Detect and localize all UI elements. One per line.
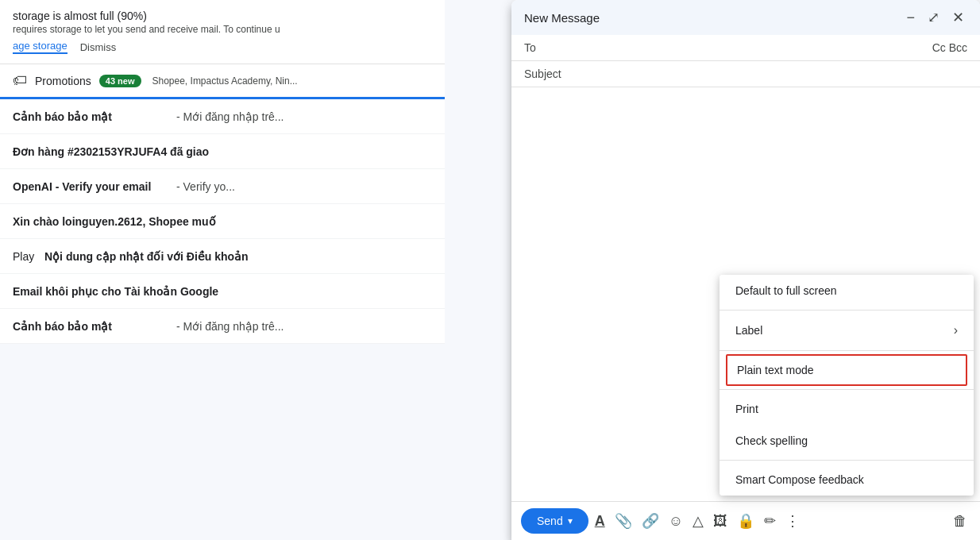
- drive-icon: △: [693, 514, 704, 528]
- delete-icon: 🗑: [953, 514, 967, 528]
- menu-item-label: Smart Compose feedback: [735, 473, 864, 486]
- dismiss-button[interactable]: Dismiss: [80, 41, 117, 53]
- email-row[interactable]: Đơn hàng #2302153YRJUFA4 đã giao: [0, 134, 445, 169]
- promotions-icon: 🏷: [13, 72, 27, 89]
- compose-to-field: To Cc Bcc: [511, 35, 980, 61]
- send-label: Send: [537, 515, 563, 527]
- more-icon: ⋮: [785, 514, 800, 528]
- to-input[interactable]: [548, 41, 932, 54]
- to-label: To: [524, 41, 548, 54]
- cc-bcc-button[interactable]: Cc Bcc: [932, 41, 967, 54]
- menu-item-label[interactable]: Label ›: [720, 314, 974, 347]
- promotions-sub: Shopee, Impactus Academy, Nin...: [152, 75, 298, 87]
- storage-title: storage is almost full (90%): [13, 10, 432, 22]
- menu-divider: [720, 389, 974, 390]
- delete-button[interactable]: 🗑: [950, 511, 970, 531]
- menu-divider: [720, 310, 974, 310]
- link-button[interactable]: 🔗: [639, 511, 662, 531]
- send-dropdown-arrow: ▾: [568, 515, 573, 526]
- compose-window: New Message − ⤢ ✕ To Cc Bcc Subject Send…: [511, 0, 980, 540]
- email-row[interactable]: Play Nội dung cập nhật đối với Điều khoả…: [0, 239, 445, 274]
- email-subject: - Mới đăng nhập trê...: [176, 110, 284, 123]
- compose-title: New Message: [524, 11, 600, 25]
- compose-header: New Message − ⤢ ✕: [511, 0, 980, 35]
- menu-item-label: Default to full screen: [735, 284, 837, 297]
- email-row[interactable]: OpenAI - Verify your email - Verify yo..…: [0, 169, 445, 204]
- minimize-button[interactable]: −: [903, 9, 918, 26]
- email-sender: Đơn hàng #2302153YRJUFA4 đã giao: [13, 145, 209, 158]
- lock-button[interactable]: 🔒: [734, 511, 758, 531]
- email-sender: Nội dung cập nhật đối với Điều khoản: [44, 250, 249, 263]
- storage-banner: storage is almost full (90%) requires st…: [0, 0, 445, 64]
- menu-divider: [720, 460, 974, 461]
- more-options-dropdown: Default to full screen Label › Plain tex…: [720, 275, 974, 496]
- more-options-button[interactable]: ⋮: [782, 511, 803, 531]
- menu-item-label: Print: [735, 403, 758, 415]
- menu-item-label: Plain text mode: [737, 364, 814, 376]
- compose-toolbar: Send ▾ A 📎 🔗 ☺ △ 🖼 🔒 ✏ ⋮: [511, 501, 980, 540]
- attach-button[interactable]: 📎: [612, 511, 635, 531]
- format-icon: A: [595, 514, 605, 528]
- email-sender: Cảnh báo bảo mật: [13, 320, 172, 333]
- drive-button[interactable]: △: [689, 511, 707, 531]
- subject-label: Subject: [524, 68, 561, 80]
- photo-icon: 🖼: [713, 514, 727, 528]
- manage-storage-link[interactable]: age storage: [13, 40, 68, 54]
- compose-header-actions: − ⤢ ✕: [903, 9, 967, 26]
- format-text-button[interactable]: A: [592, 511, 608, 531]
- email-subject: - Mới đăng nhập trê...: [176, 320, 284, 333]
- menu-divider: [720, 350, 974, 351]
- send-button[interactable]: Send ▾: [521, 508, 588, 534]
- signature-icon: ✏: [764, 514, 776, 528]
- email-row[interactable]: Cảnh báo bảo mật - Mới đăng nhập trê...: [0, 99, 445, 134]
- menu-item-label: Check spelling: [735, 434, 808, 447]
- link-icon: 🔗: [642, 514, 659, 528]
- storage-actions: age storage Dismiss: [13, 40, 432, 54]
- email-sender: Xin chào loinguyen.2612, Shopee muố: [13, 215, 216, 228]
- lock-icon: 🔒: [737, 514, 754, 528]
- storage-description: requires storage to let you send and rec…: [13, 24, 432, 35]
- menu-item-check-spelling[interactable]: Check spelling: [720, 425, 974, 457]
- email-sender: Cảnh báo bảo mật: [13, 110, 172, 123]
- menu-item-plain-text-mode[interactable]: Plain text mode: [726, 354, 967, 386]
- email-subject: - Verify yo...: [176, 180, 235, 193]
- expand-button[interactable]: ⤢: [924, 9, 943, 26]
- attach-icon: 📎: [615, 514, 632, 528]
- signature-button[interactable]: ✏: [761, 511, 779, 531]
- menu-item-default-fullscreen[interactable]: Default to full screen: [720, 275, 974, 307]
- emoji-button[interactable]: ☺: [666, 511, 686, 531]
- emoji-icon: ☺: [669, 514, 683, 528]
- promotions-badge: 43 new: [99, 75, 141, 87]
- email-list: 🏷 Promotions 43 new Shopee, Impactus Aca…: [0, 64, 445, 344]
- chevron-right-icon: ›: [954, 323, 958, 338]
- close-button[interactable]: ✕: [949, 9, 967, 26]
- menu-item-smart-compose-feedback[interactable]: Smart Compose feedback: [720, 464, 974, 496]
- email-row[interactable]: Cảnh báo bảo mật - Mới đăng nhập trê...: [0, 309, 445, 344]
- photo-button[interactable]: 🖼: [710, 511, 731, 531]
- email-sender-prefix: Play: [13, 250, 44, 263]
- email-row[interactable]: Xin chào loinguyen.2612, Shopee muố: [0, 204, 445, 239]
- email-sender: OpenAI - Verify your email: [13, 180, 172, 193]
- promotions-tab[interactable]: 🏷 Promotions 43 new Shopee, Impactus Aca…: [0, 64, 445, 99]
- email-sender: Email khôi phục cho Tài khoản Google: [13, 285, 218, 298]
- subject-input[interactable]: [561, 68, 967, 80]
- menu-item-label-text: Label: [735, 324, 762, 337]
- promotions-label: Promotions: [35, 75, 91, 87]
- compose-subject-field: Subject: [511, 61, 980, 87]
- email-row[interactable]: Email khôi phục cho Tài khoản Google: [0, 274, 445, 309]
- gmail-background: storage is almost full (90%) requires st…: [0, 0, 445, 540]
- menu-item-print[interactable]: Print: [720, 393, 974, 425]
